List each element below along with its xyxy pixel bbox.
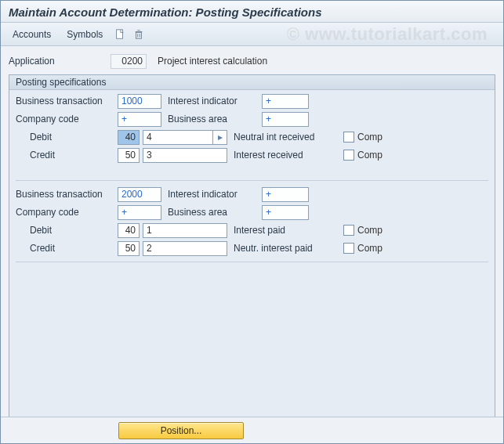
debit-comp-chk-2[interactable] bbox=[343, 225, 354, 236]
debit-label: Debit bbox=[16, 225, 118, 236]
credit-label: Credit bbox=[16, 150, 118, 161]
debit-sym-2[interactable] bbox=[143, 223, 227, 238]
credit-sym-1[interactable] bbox=[143, 148, 227, 163]
credit-desc-1: Interest received bbox=[234, 150, 343, 161]
credit-sym-2[interactable] bbox=[143, 241, 227, 256]
sap-window: Maintain Account Determination: Posting … bbox=[0, 0, 504, 444]
int-ind-label: Interest indicator bbox=[168, 189, 262, 200]
bus-trans-label: Business transaction bbox=[16, 96, 118, 106]
bus-trans-label: Business transaction bbox=[16, 189, 118, 200]
trash-icon[interactable] bbox=[130, 26, 147, 43]
position-button[interactable]: Position... bbox=[118, 422, 244, 439]
footer: Position... bbox=[1, 417, 503, 443]
comp-label: Comp bbox=[357, 132, 383, 143]
box-title: Posting specifications bbox=[9, 75, 495, 90]
bus-trans-input-1[interactable] bbox=[118, 94, 161, 109]
credit-comp-chk-2[interactable] bbox=[343, 243, 354, 254]
int-ind-label: Interest indicator bbox=[168, 96, 262, 106]
comp-label: Comp bbox=[357, 150, 383, 161]
debit-comp-chk-1[interactable] bbox=[343, 132, 354, 143]
int-ind-input-2[interactable] bbox=[262, 187, 309, 202]
comp-code-input-1[interactable] bbox=[118, 112, 161, 127]
comp-code-label: Company code bbox=[16, 114, 118, 125]
debit-pk-2[interactable] bbox=[118, 223, 140, 238]
credit-comp-chk-1[interactable] bbox=[343, 150, 354, 161]
body: Application Project interest calculation… bbox=[1, 46, 503, 428]
comp-label: Comp bbox=[357, 243, 383, 254]
credit-pk-1[interactable] bbox=[118, 148, 140, 163]
comp-code-input-2[interactable] bbox=[118, 205, 161, 220]
credit-pk-2[interactable] bbox=[118, 241, 140, 256]
svg-rect-1 bbox=[136, 32, 142, 38]
debit-desc-2: Interest paid bbox=[234, 225, 343, 236]
window-title: Maintain Account Determination: Posting … bbox=[1, 1, 503, 23]
bus-area-input-1[interactable] bbox=[262, 112, 309, 127]
accounts-button[interactable]: Accounts bbox=[5, 26, 58, 43]
svg-rect-0 bbox=[117, 29, 123, 38]
empty-area bbox=[16, 267, 488, 416]
bus-area-input-2[interactable] bbox=[262, 205, 309, 220]
comp-code-label: Company code bbox=[16, 207, 118, 218]
symbols-button[interactable]: Symbols bbox=[60, 26, 110, 43]
debit-pk-1[interactable] bbox=[118, 130, 140, 145]
new-page-icon[interactable] bbox=[111, 26, 129, 43]
application-value bbox=[111, 54, 147, 69]
debit-sym-1[interactable] bbox=[143, 130, 213, 145]
comp-label: Comp bbox=[357, 225, 383, 236]
toolbar: Accounts Symbols bbox=[1, 23, 503, 46]
f4-icon[interactable]: ▸ bbox=[213, 130, 227, 145]
credit-desc-2: Neutr. interest paid bbox=[234, 243, 343, 254]
posting-spec-box: Posting specifications Business transact… bbox=[9, 74, 495, 421]
bus-area-label: Business area bbox=[168, 207, 262, 218]
application-label: Application bbox=[9, 56, 111, 67]
int-ind-input-1[interactable] bbox=[262, 94, 309, 109]
bus-area-label: Business area bbox=[168, 114, 262, 125]
bus-trans-input-2[interactable] bbox=[118, 187, 161, 202]
debit-label: Debit bbox=[16, 132, 118, 143]
debit-desc-1: Neutral int received bbox=[234, 132, 343, 143]
credit-label: Credit bbox=[16, 243, 118, 254]
application-desc: Project interest calculation bbox=[158, 56, 267, 67]
